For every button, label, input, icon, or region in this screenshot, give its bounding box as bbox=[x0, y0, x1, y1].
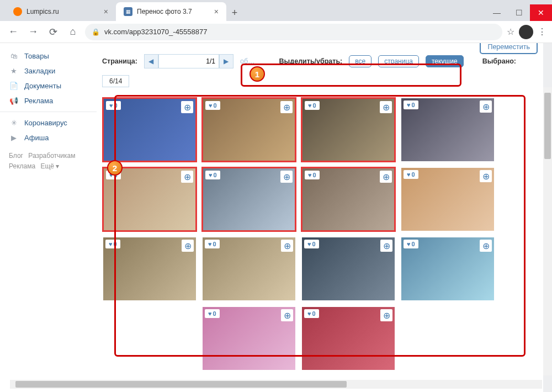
photo-thumb[interactable]: ♥0 ⊕ bbox=[102, 236, 197, 301]
like-badge[interactable]: ♥0 bbox=[404, 170, 418, 179]
profile-avatar[interactable] bbox=[519, 25, 533, 39]
like-badge[interactable]: ♥0 bbox=[305, 171, 320, 179]
horizontal-scrollbar[interactable] bbox=[10, 380, 542, 389]
close-icon[interactable]: × bbox=[104, 7, 108, 16]
like-badge[interactable]: ♥0 bbox=[304, 309, 319, 318]
page-input[interactable] bbox=[158, 54, 219, 68]
browser-window: Lumpics.ru × ▦ Перенос фото 3.7 × + — ☐ … bbox=[0, 0, 552, 392]
next-page-button[interactable]: ▶ bbox=[219, 54, 233, 68]
like-badge[interactable]: ♥0 bbox=[205, 101, 220, 110]
close-window-button[interactable]: ✕ bbox=[530, 4, 552, 21]
zoom-icon[interactable]: ⊕ bbox=[380, 171, 392, 183]
heart-icon: ♥ bbox=[407, 241, 411, 247]
sidebar-item-label: Закладки bbox=[24, 67, 55, 75]
zoom-icon[interactable]: ⊕ bbox=[380, 240, 392, 252]
footer-link-more[interactable]: Ещё ▾ bbox=[40, 162, 59, 170]
like-count: 0 bbox=[312, 241, 316, 247]
sidebar-item-covid[interactable]: ✳Коронавирус bbox=[0, 115, 97, 130]
zoom-icon[interactable]: ⊕ bbox=[480, 170, 492, 182]
tab-label: Перенос фото 3.7 bbox=[137, 8, 192, 15]
zoom-icon[interactable]: ⊕ bbox=[280, 171, 293, 183]
prev-page-button[interactable]: ◀ bbox=[144, 54, 158, 68]
photo-thumb[interactable]: ♥0 ⊕ bbox=[400, 236, 495, 301]
minimize-button[interactable]: — bbox=[486, 4, 508, 21]
reload-button[interactable]: ⟳ bbox=[45, 24, 61, 40]
zoom-icon[interactable]: ⊕ bbox=[181, 101, 193, 113]
sidebar-item-docs[interactable]: 📄Документы bbox=[0, 78, 97, 93]
select-page-button[interactable]: страница bbox=[378, 55, 419, 67]
tab-photo-transfer[interactable]: ▦ Перенос фото 3.7 × bbox=[116, 2, 226, 21]
close-icon[interactable]: × bbox=[214, 7, 219, 16]
virus-icon: ✳ bbox=[9, 119, 19, 127]
like-count: 0 bbox=[412, 171, 415, 178]
photo-thumb[interactable]: ♥0 ⊕ bbox=[301, 167, 396, 232]
zoom-icon[interactable]: ⊕ bbox=[182, 240, 194, 252]
photo-thumb[interactable]: ♥0 ⊕ bbox=[201, 97, 296, 162]
zoom-icon[interactable]: ⊕ bbox=[181, 171, 193, 183]
photo-thumb[interactable]: ♥0 ⊕ bbox=[301, 97, 396, 162]
new-tab-button[interactable]: + bbox=[226, 4, 243, 21]
like-badge[interactable]: ♥0 bbox=[205, 171, 220, 179]
like-badge[interactable]: ♥0 bbox=[106, 101, 121, 110]
like-badge[interactable]: ♥0 bbox=[304, 240, 319, 248]
zoom-icon[interactable]: ⊕ bbox=[281, 240, 293, 252]
zoom-icon[interactable]: ⊕ bbox=[480, 240, 492, 252]
footer-link-devs[interactable]: Разработчикам bbox=[28, 152, 75, 160]
sidebar-item-events[interactable]: ▶Афиша bbox=[0, 130, 97, 145]
like-badge[interactable]: ♥0 bbox=[305, 101, 320, 110]
like-count: 0 bbox=[313, 102, 316, 109]
photo-thumb[interactable]: ♥0 ⊕ bbox=[400, 97, 495, 162]
photo-thumb[interactable]: ♥0 ⊕ bbox=[301, 236, 396, 301]
page-label: Страница: bbox=[102, 57, 137, 65]
back-button[interactable]: ← bbox=[6, 24, 21, 40]
select-all-button[interactable]: все bbox=[349, 55, 371, 67]
zoom-icon[interactable]: ⊕ bbox=[480, 100, 492, 113]
select-current-button[interactable]: текущие bbox=[426, 55, 464, 67]
footer-link-ads[interactable]: Реклама bbox=[9, 162, 35, 170]
photo-thumb[interactable]: ♥0 ⊕ bbox=[201, 306, 296, 371]
heart-icon: ♥ bbox=[209, 102, 213, 109]
like-badge[interactable]: ♥0 bbox=[105, 240, 120, 248]
like-badge[interactable]: ♥0 bbox=[404, 100, 418, 109]
vertical-scrollbar[interactable] bbox=[543, 87, 552, 375]
photo-thumb[interactable]: ♥0 ⊕ bbox=[102, 167, 197, 232]
like-count: 0 bbox=[412, 102, 415, 108]
refresh-link[interactable]: об… bbox=[240, 57, 255, 65]
zoom-icon[interactable]: ⊕ bbox=[380, 101, 392, 113]
zoom-icon[interactable]: ⊕ bbox=[281, 309, 293, 321]
tab-lumpics[interactable]: Lumpics.ru × bbox=[6, 2, 116, 21]
photo-thumb[interactable]: ♥0 ⊕ bbox=[102, 97, 197, 162]
tab-bar: Lumpics.ru × ▦ Перенос фото 3.7 × + — ☐ … bbox=[0, 0, 552, 21]
selected-count: 6/14 bbox=[102, 75, 129, 87]
like-badge[interactable]: ♥0 bbox=[404, 240, 418, 248]
footer-link-blog[interactable]: Блог bbox=[9, 152, 23, 160]
heart-icon: ♥ bbox=[307, 241, 311, 247]
sidebar-item-bookmarks[interactable]: ★Закладки bbox=[0, 63, 97, 78]
url-input[interactable]: 🔒 vk.com/app3231070_-45558877 bbox=[85, 24, 502, 40]
photo-thumb[interactable]: ♥0 ⊕ bbox=[301, 306, 396, 371]
zoom-icon[interactable]: ⊕ bbox=[380, 309, 392, 321]
kebab-menu-icon[interactable]: ⋮ bbox=[538, 27, 546, 37]
star-icon: ★ bbox=[9, 67, 19, 75]
heart-icon: ♥ bbox=[308, 102, 312, 109]
zoom-icon[interactable]: ⊕ bbox=[280, 101, 293, 113]
photo-thumb[interactable]: ♥0 ⊕ bbox=[201, 167, 296, 232]
like-badge[interactable]: ♥0 bbox=[205, 240, 220, 248]
selected-label: Выбрано: bbox=[482, 57, 516, 65]
forward-button[interactable]: → bbox=[25, 24, 41, 40]
like-badge[interactable]: ♥0 bbox=[205, 309, 220, 318]
like-count: 0 bbox=[114, 102, 118, 109]
home-button[interactable]: ⌂ bbox=[65, 24, 81, 40]
heart-icon: ♥ bbox=[209, 172, 213, 178]
photo-thumb[interactable]: ♥0 ⊕ bbox=[201, 236, 296, 301]
sidebar-item-goods[interactable]: 🛍Товары bbox=[0, 49, 97, 63]
app-main: Переместить Страница: ◀ ▶ об… Выделить/у… bbox=[97, 43, 543, 392]
vk-sidebar: 🛍Товары ★Закладки 📄Документы 📢Реклама ✳К… bbox=[0, 43, 97, 392]
annotation-marker-2: 2 bbox=[107, 160, 123, 176]
orange-dot-icon bbox=[13, 7, 22, 16]
move-button[interactable]: Переместить bbox=[480, 43, 538, 54]
sidebar-item-ads[interactable]: 📢Реклама bbox=[0, 93, 97, 108]
photo-thumb[interactable]: ♥0 ⊕ bbox=[400, 167, 495, 232]
bookmark-star-icon[interactable]: ☆ bbox=[507, 27, 514, 37]
maximize-button[interactable]: ☐ bbox=[508, 4, 530, 21]
